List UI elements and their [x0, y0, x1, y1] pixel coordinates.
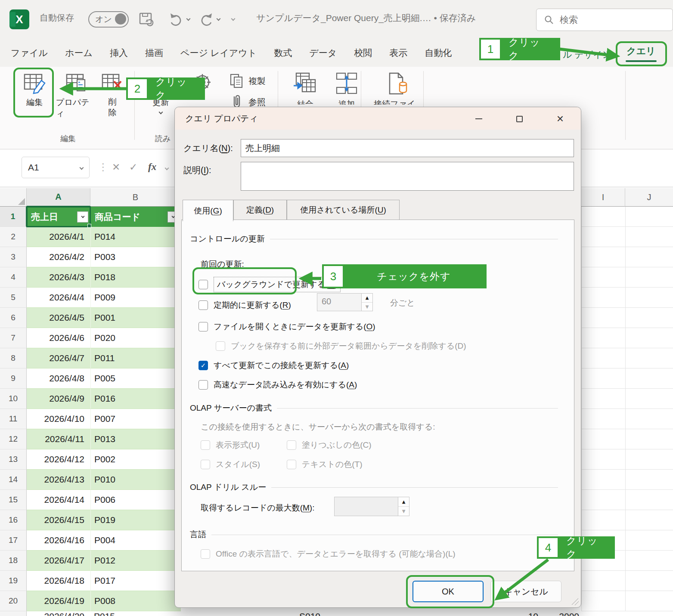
cell-date[interactable]: 2026/4/19 — [27, 591, 90, 611]
cell-code[interactable]: P011 — [90, 348, 181, 368]
cell-code[interactable]: P013 — [90, 429, 181, 449]
tab-page-layout[interactable]: ページ レイアウト — [180, 47, 257, 59]
undo-icon[interactable] — [169, 12, 183, 26]
connection-file-button[interactable]: 接続ファイル — [374, 72, 421, 105]
row-header[interactable]: 5 — [0, 288, 27, 308]
table-header-code[interactable]: 商品コード — [90, 207, 181, 227]
col-header-i[interactable]: I — [581, 188, 625, 207]
row-header-1[interactable]: 1 — [0, 207, 27, 227]
row-header[interactable]: 20 — [0, 591, 27, 611]
checkbox-delete-before-save[interactable] — [216, 341, 225, 351]
cell-date[interactable]: 2026/4/10 — [27, 409, 90, 429]
row-header[interactable]: 13 — [0, 449, 27, 470]
properties-button[interactable]: プロパティ — [56, 72, 97, 119]
cell-date[interactable]: 2026/4/11 — [27, 429, 90, 449]
row-header[interactable]: 18 — [0, 551, 27, 571]
cell-code[interactable]: P004 — [90, 530, 181, 551]
tab-formulas[interactable]: 数式 — [274, 47, 292, 59]
spinner-down-icon[interactable]: ▼ — [398, 506, 409, 516]
checkbox-style[interactable] — [201, 460, 210, 469]
tab-automate[interactable]: 自動化 — [425, 47, 452, 59]
tab-table-design-partial[interactable]: ル デザイン — [563, 49, 611, 61]
checkbox-row-periodic-refresh[interactable]: 定期的に更新する(R) — [198, 300, 291, 311]
checkbox-row-refresh-all[interactable]: ✓ すべて更新でこの接続を更新する(A) — [198, 360, 349, 371]
cell-code[interactable]: P005 — [90, 368, 181, 389]
cell-date[interactable]: 2026/4/7 — [27, 348, 90, 368]
cell-fragment[interactable]: 2000 — [545, 611, 579, 616]
cell-code[interactable]: P001 — [90, 308, 181, 328]
row-header[interactable]: 11 — [0, 409, 27, 429]
append-button[interactable]: 追加 — [327, 72, 366, 105]
maximize-button[interactable] — [509, 112, 530, 125]
checkbox-row-fast-load[interactable]: 高速なデータ読み込みを有効にする(A) — [198, 379, 357, 390]
tab-draw[interactable]: 描画 — [145, 47, 163, 59]
tab-definition[interactable]: 定義(D) — [233, 200, 287, 220]
row-header[interactable]: 17 — [0, 530, 27, 551]
table-header-date[interactable]: 売上日 — [27, 207, 90, 227]
cell-fragment[interactable]: S010 — [299, 611, 320, 616]
close-button[interactable]: × — [549, 112, 571, 125]
document-title[interactable]: サンプルデータ_Power Query_売上明細.… • 保存済み — [256, 12, 476, 24]
cell-date[interactable]: 2026/4/1 — [27, 227, 90, 247]
cell-code[interactable]: P002 — [90, 449, 181, 470]
cell-date[interactable]: 2026/4/15 — [27, 510, 90, 530]
checkbox-text-color[interactable] — [287, 460, 296, 469]
cell-code[interactable]: P003 — [90, 247, 181, 267]
spinner-down-icon[interactable]: ▼ — [362, 302, 372, 311]
col-header-b[interactable]: B — [90, 188, 181, 207]
cell-date[interactable]: 2026/4/13 — [27, 470, 90, 490]
cell-code[interactable]: P007 — [90, 409, 181, 429]
checkbox-office-language[interactable] — [201, 549, 210, 559]
cell-code[interactable]: P017 — [90, 571, 181, 591]
row-header[interactable]: 15 — [0, 490, 27, 510]
excel-app-icon[interactable]: X — [9, 9, 29, 29]
checkbox-fill-color[interactable] — [287, 440, 296, 450]
checkbox-background-refresh[interactable] — [198, 280, 208, 289]
spinner-up-icon[interactable]: ▲ — [398, 497, 409, 506]
periodic-interval-spinner[interactable]: 60 ▲▼ — [317, 293, 373, 311]
cell-date[interactable]: 2026/4/2 — [27, 247, 90, 267]
row-header[interactable]: 4 — [0, 267, 27, 288]
cell-date[interactable]: 2026/4/4 — [27, 288, 90, 308]
row-header[interactable]: 6 — [0, 308, 27, 328]
save-icon[interactable] — [139, 12, 155, 27]
cell-date[interactable]: 2026/4/14 — [27, 490, 90, 510]
row-header[interactable]: 12 — [0, 429, 27, 449]
tab-query[interactable]: クエリ — [626, 45, 656, 58]
resize-grip[interactable] — [572, 598, 579, 605]
col-header-a[interactable]: A — [27, 188, 90, 207]
cell-code[interactable]: P010 — [90, 470, 181, 490]
cell-code[interactable]: P018 — [90, 267, 181, 288]
row-header[interactable]: 21 — [0, 611, 27, 616]
redo-icon[interactable] — [199, 12, 214, 26]
cell-date[interactable]: 2026/4/8 — [27, 368, 90, 389]
cell-code[interactable]: P008 — [90, 591, 181, 611]
checkbox-row-style[interactable]: スタイル(S) — [201, 459, 260, 470]
checkbox-fast-load[interactable] — [198, 380, 208, 390]
fill-handle[interactable] — [87, 224, 91, 228]
checkbox-row-office-language[interactable]: Office の表示言語で、データとエラーを取得する (可能な場合)(L) — [201, 548, 456, 560]
select-all-corner[interactable] — [0, 188, 27, 207]
tab-file[interactable]: ファイル — [11, 47, 48, 59]
cell-date[interactable]: 2026/4/9 — [27, 389, 90, 409]
delete-query-button[interactable]: 削除 — [99, 72, 126, 118]
fx-icon[interactable]: fx — [148, 161, 156, 173]
cell-code[interactable]: P006 — [90, 490, 181, 510]
cell-code[interactable]: P020 — [90, 328, 181, 348]
cell-date[interactable]: 2026/4/12 — [27, 449, 90, 470]
cell-date[interactable]: 2026/4/5 — [27, 308, 90, 328]
max-records-spinner[interactable]: ▲▼ — [334, 497, 409, 516]
row-header[interactable]: 3 — [0, 247, 27, 267]
duplicate-button[interactable]: 複製 — [230, 73, 266, 89]
cell-code[interactable]: P015 — [94, 611, 115, 616]
confirm-entry-icon[interactable]: ✓ — [129, 161, 137, 173]
cell-code[interactable]: P016 — [90, 389, 181, 409]
cell-date[interactable]: 2026/4/6 — [27, 328, 90, 348]
checkbox-row-number-format[interactable]: 表示形式(U) — [201, 440, 260, 451]
tab-usage[interactable]: 使用(G) — [183, 200, 233, 221]
cell-code[interactable]: P012 — [90, 551, 181, 571]
checkbox-refresh-all[interactable]: ✓ — [198, 361, 208, 370]
cell-date[interactable]: 2026/4/17 — [27, 551, 90, 571]
redo-dropdown-icon[interactable] — [217, 17, 221, 21]
cancel-entry-icon[interactable]: ✕ — [112, 161, 120, 173]
